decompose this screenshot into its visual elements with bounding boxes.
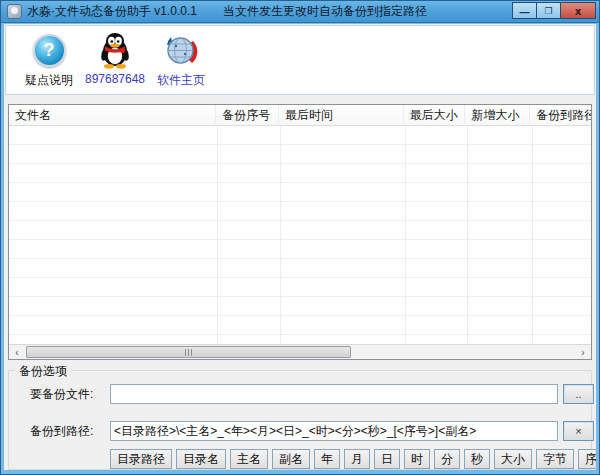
backup-path-label: 备份到路径: [30,421,93,441]
minimize-button[interactable]: — [512,2,536,19]
backup-path-input[interactable] [110,421,558,441]
token-button-extname[interactable]: 副名 [272,449,310,469]
file-to-backup-label: 要备份文件: [30,384,93,404]
file-to-backup-input[interactable] [110,384,558,404]
token-button-dirname[interactable]: 目录名 [176,449,226,469]
toolbar-item-homepage[interactable]: 软件主页 [148,32,214,89]
toolbar-item-qq[interactable]: 897687648 [82,32,148,86]
backup-options-group: 备份选项 要备份文件: .. 备份到路径: × 目录路径 目录名 主名 副名 年… [8,370,592,470]
help-icon: ? [31,32,68,69]
window-title: 水淼·文件动态备份助手 v1.0.0.1 [27,3,197,20]
column-header-last-size[interactable]: 最后大小 [404,105,466,126]
toolbar-item-help[interactable]: ? 疑点说明 [16,32,82,89]
window-content: ? 疑点说明 [4,24,596,470]
column-separator [217,126,218,344]
token-button-size[interactable]: 大小 [494,449,532,469]
close-button[interactable]: x [560,2,596,19]
close-icon: x [575,5,581,17]
token-button-bytes[interactable]: 字节 [536,449,574,469]
column-header-filename[interactable]: 文件名 [9,105,216,126]
scroll-right-arrow-icon[interactable]: › [575,345,591,359]
token-button-day[interactable]: 日 [374,449,400,469]
app-window: 水淼·文件动态备份助手 v1.0.0.1 当文件发生更改时自动备份到指定路径 —… [0,0,600,475]
column-header-new-size[interactable]: 新增大小 [465,105,530,126]
token-button-mainname[interactable]: 主名 [230,449,268,469]
column-separator [467,126,468,344]
column-header-last-time[interactable]: 最后时间 [279,105,404,126]
token-button-minute[interactable]: 分 [434,449,460,469]
toolbar-item-label: 软件主页 [157,72,205,89]
backup-file-table[interactable]: 文件名 备份序号 最后时间 最后大小 新增大小 备份到路径 ‹ [8,104,592,360]
token-button-hour[interactable]: 时 [404,449,430,469]
column-separator [405,126,406,344]
token-button-second[interactable]: 秒 [464,449,490,469]
app-icon [7,4,22,19]
table-header: 文件名 备份序号 最后时间 最后大小 新增大小 备份到路径 [9,105,591,126]
token-button-month[interactable]: 月 [344,449,370,469]
globe-icon [163,32,200,69]
browse-file-button[interactable]: .. [563,384,594,404]
clear-path-button[interactable]: × [563,421,594,441]
column-separator [532,126,533,344]
token-button-year[interactable]: 年 [314,449,340,469]
path-token-buttons: 目录路径 目录名 主名 副名 年 月 日 时 分 秒 大小 字节 序号 [110,449,585,469]
column-header-backup-no[interactable]: 备份序号 [216,105,279,126]
table-body[interactable] [9,126,591,344]
window-controls: — ❐ x [512,2,596,19]
column-separator [280,126,281,344]
titlebar: 水淼·文件动态备份助手 v1.0.0.1 当文件发生更改时自动备份到指定路径 —… [1,1,599,23]
scrollbar-grip-icon [185,349,193,356]
toolbar-item-label: 疑点说明 [25,72,73,89]
scroll-left-arrow-icon[interactable]: ‹ [9,345,25,359]
token-button-dirpath[interactable]: 目录路径 [110,449,172,469]
maximize-button[interactable]: ❐ [536,2,560,19]
minimize-icon: — [520,7,530,18]
toolbar-item-label: 897687648 [85,72,145,86]
scrollbar-thumb[interactable] [26,346,351,358]
scrollbar-track[interactable] [25,345,575,359]
toolbar: ? 疑点说明 [5,25,595,95]
maximize-icon: ❐ [544,6,552,16]
group-title: 备份选项 [15,363,71,380]
window-subtitle: 当文件发生更改时自动备份到指定路径 [223,3,427,20]
horizontal-scrollbar[interactable]: ‹ › [9,344,591,359]
token-button-serial[interactable]: 序号 [578,449,596,469]
qq-icon [97,32,134,69]
column-header-backup-path[interactable]: 备份到路径 [530,105,591,126]
